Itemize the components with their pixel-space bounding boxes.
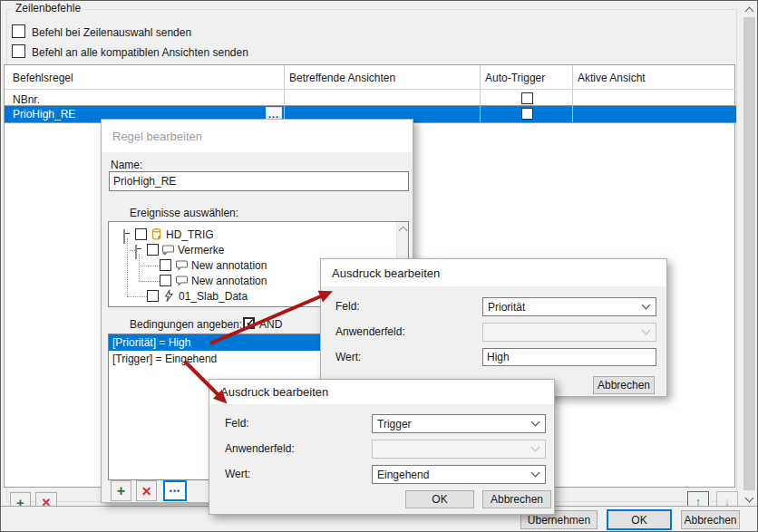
send-to-all-views-checkbox[interactable] [12,44,25,58]
send-on-row-select-checkbox[interactable] [12,24,25,38]
plus-icon: + [117,483,125,499]
vertical-scrollbar[interactable] [743,3,756,506]
tree-checkbox[interactable] [147,290,159,302]
value-text: Eingehend [377,469,429,481]
field-dropdown[interactable]: Trigger [372,414,546,433]
chevron-down-icon [531,443,540,452]
expr1-cancel-button[interactable]: Abbrechen [593,376,655,394]
value-text: High [487,351,510,363]
row-column-divider [572,106,573,122]
header-divider [5,89,736,90]
delete-condition-button[interactable]: ✕ [136,480,157,501]
field-label: Feld: [225,417,249,430]
tree-item-vermerke[interactable]: Vermerke [109,244,397,257]
expression-dialog-title: Ausdruck bearbeiten [332,266,440,280]
subheader-nbnr: NBnr. [13,93,40,106]
condition-text: [Trigger] = Eingehend [112,353,217,365]
ellipsis-icon: ... [268,111,279,117]
zeilenbefehle-window: Zeilenbefehle Befehl bei Zeilenauswahl s… [0,0,758,532]
add-condition-button[interactable]: + [111,480,131,501]
ok-button[interactable]: OK [607,509,672,530]
set-conditions-label: Bedingungen angeben: [130,318,242,331]
move-up-icon: ↑ [695,495,702,507]
value-dropdown[interactable]: Eingehend [372,465,546,484]
name-label: Name: [111,159,142,171]
cancel-button[interactable]: Abbrechen [681,510,740,529]
tree-checkbox[interactable] [160,275,171,286]
tree-item-hd-trig[interactable]: HD_TRIG [109,228,397,242]
annotation-icon [175,275,189,287]
annotation-icon [175,259,189,272]
chevron-down-icon [531,418,540,427]
database-icon [150,227,163,241]
chevron-down-icon [642,326,651,335]
group-box-title: Zeilenbefehle [13,2,83,15]
tree-checkbox[interactable] [147,244,159,256]
move-down-button[interactable]: ↓ [716,491,738,506]
lightning-icon [162,289,175,303]
tree-item-label: New annotation [191,275,267,287]
expression-dialog-trigger: Ausdruck bearbeiten Feld: Trigger Anwend… [209,379,555,515]
send-on-row-select-label: Befehl bei Zeilenauswahl senden [32,26,191,39]
tree-item-label: New annotation [191,259,267,272]
delete-row-button[interactable]: ✕ [35,492,57,506]
annotation-refresh-icon [161,244,175,256]
column-header-betreffende-ansichten[interactable]: Betreffende Ansichten [289,72,395,84]
auto-trigger-header-checkbox[interactable] [521,92,533,104]
tree-checkbox[interactable] [135,228,147,240]
row-column-divider [480,106,481,122]
rule-name-value: PrioHigh_RE [113,175,176,188]
tree-item-label: HD_TRIG [166,228,214,241]
column-header-aktive-ansicht[interactable]: Aktive Ansicht [578,72,646,84]
auto-trigger-row-checkbox[interactable] [521,108,533,120]
scrollbar-down-button[interactable] [743,492,756,506]
tree-scrollbar-up-icon [399,227,408,236]
tree-item-label: 01_Slab_Data [179,290,248,303]
add-row-button[interactable]: + [10,492,31,506]
scrollbar-up-icon [745,7,754,16]
expander-icon[interactable] [123,229,125,244]
value-input[interactable]: High [482,348,656,366]
and-checkbox[interactable] [243,317,255,329]
column-header-auto-trigger[interactable]: Auto-Trigger [485,72,545,84]
condition-text: [Priorität] = High [112,336,190,349]
move-up-button[interactable]: ↑ [687,491,709,506]
move-down-icon: ↓ [724,495,731,507]
scrollbar-down-icon [745,493,754,502]
scrollbar-up-button[interactable] [743,3,756,16]
userfield-dropdown[interactable] [482,323,656,342]
userfield-dropdown[interactable] [372,440,546,459]
field-dropdown[interactable]: Priorität [482,297,656,316]
expression-dialog-title: Ausdruck bearbeiten [220,385,328,399]
scrollbar-thumb[interactable] [743,17,755,490]
delete-icon: ✕ [42,496,52,507]
field-label: Feld: [335,300,360,313]
expander-icon[interactable] [135,245,137,259]
userfield-label: Anwenderfeld: [225,442,295,455]
and-label: AND [259,318,282,331]
chevron-down-icon [642,301,651,310]
chevron-down-icon [531,469,540,478]
expr2-ok-button[interactable]: OK [405,490,474,508]
select-events-label: Ereignisse auswählen: [130,207,238,219]
tree-checkbox[interactable] [160,259,171,271]
field-value: Priorität [488,301,525,314]
userfield-label: Anwenderfeld: [335,325,405,338]
expression-dialog-prioritaet: Ausdruck bearbeiten Feld: Priorität Anwe… [320,258,667,397]
rule-dialog-title: Regel bearbeiten [112,130,202,143]
plus-icon: + [16,495,24,507]
tree-item-label: Vermerke [178,244,224,256]
value-label: Wert: [335,351,361,363]
value-label: Wert: [225,468,250,480]
rule-name-input[interactable]: PrioHigh_RE [109,171,409,191]
more-dots-icon: ••• [170,487,180,496]
expr2-cancel-button[interactable]: Abbrechen [482,490,551,508]
field-value: Trigger [377,418,412,430]
send-to-all-views-label: Befehl an alle kompatiblen Ansichten sen… [32,46,248,59]
edit-condition-button[interactable]: ••• [163,480,187,501]
delete-icon: ✕ [141,484,152,498]
rule-name-cell: PrioHigh_RE [13,108,75,121]
column-header-befehlsregel[interactable]: Befehlsregel [13,72,73,84]
